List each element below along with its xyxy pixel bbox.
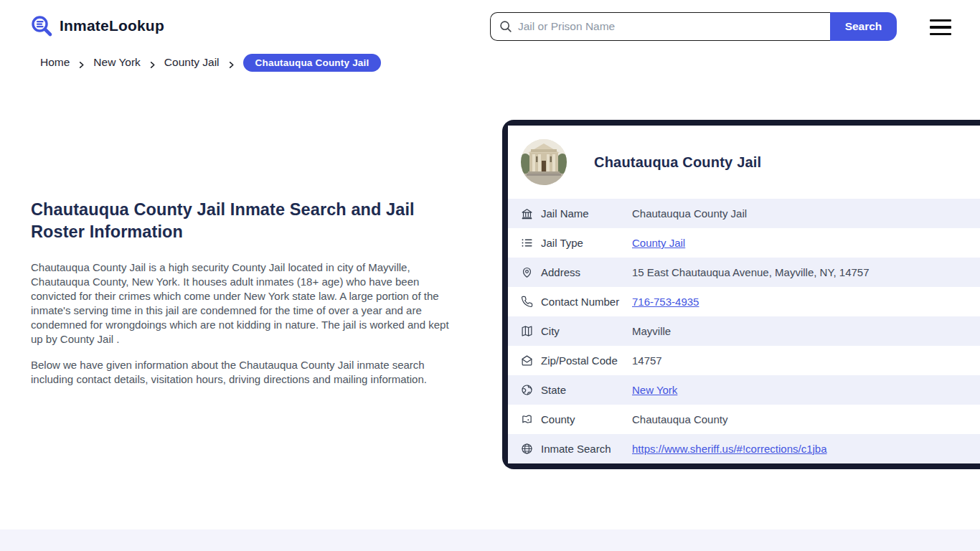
breadcrumb: HomeNew YorkCounty JailChautauqua County… — [40, 54, 381, 71]
row-value: 15 East Chautauqua Avenue, Mayville, NY,… — [632, 266, 870, 278]
menu-bar — [930, 26, 951, 28]
brand-logo[interactable]: InmateLookup — [30, 14, 164, 37]
breadcrumb-link-home[interactable]: Home — [40, 56, 70, 69]
row-label: City — [541, 325, 632, 337]
menu-bar — [930, 33, 951, 35]
row-label: State — [541, 384, 632, 396]
jail-row-jail-name: Jail Name Chautauqua County Jail — [508, 199, 980, 228]
landmark-icon — [521, 207, 533, 220]
list-icon — [521, 237, 533, 249]
row-label: Zip/Postal Code — [541, 354, 632, 367]
search-input[interactable] — [518, 20, 821, 33]
landmark-icon — [521, 207, 533, 220]
map-pin-icon — [521, 266, 533, 278]
details-paragraph: Below we have given information about th… — [31, 358, 453, 387]
row-label: Contact Number — [541, 296, 632, 308]
jail-row-address: Address 15 East Chautauqua Avenue, Mayvi… — [508, 258, 980, 287]
brand-name: InmateLookup — [60, 17, 164, 34]
map-icon — [521, 325, 533, 337]
list-icon — [521, 237, 533, 249]
breadcrumb-current-badge: Chautauqua County Jail — [243, 54, 382, 72]
jail-row-contact-number: Contact Number 716-753-4935 — [508, 287, 980, 316]
phone-icon — [521, 296, 533, 308]
search-bar: Search — [490, 12, 897, 41]
globe-icon — [521, 384, 533, 396]
jail-row-state: State New York — [508, 375, 980, 405]
row-value[interactable]: https://www.sheriff.us/#!corrections/c1j… — [632, 443, 827, 455]
row-label: Inmate Search — [541, 443, 632, 455]
intro-paragraph: Chautauqua County Jail is a high securit… — [31, 260, 453, 347]
chevron-right-icon — [227, 59, 235, 67]
jail-card-title: Chautauqua County Jail — [594, 154, 761, 171]
flag-icon — [521, 413, 533, 425]
row-label: Address — [541, 266, 632, 278]
row-value[interactable]: 716-753-4935 — [632, 296, 699, 308]
row-label: Jail Type — [541, 237, 632, 249]
breadcrumb-link-new-york[interactable]: New York — [93, 56, 140, 69]
row-value: Chautauqua County — [632, 413, 727, 425]
courthouse-image — [521, 139, 567, 185]
map-icon — [521, 325, 533, 337]
jail-row-city: City Mayville — [508, 316, 980, 346]
menu-bar — [930, 19, 951, 22]
search-icon — [499, 20, 512, 33]
row-value: Chautauqua County Jail — [632, 207, 747, 220]
chevron-right-icon — [77, 59, 85, 67]
breadcrumb-link-county-jail[interactable]: County Jail — [164, 56, 220, 69]
row-value[interactable]: New York — [632, 384, 677, 396]
magnifier-list-icon — [30, 14, 53, 37]
jail-card-header: Chautauqua County Jail — [508, 126, 980, 199]
page-title: Chautauqua County Jail Inmate Search and… — [31, 199, 433, 243]
mail-icon — [521, 354, 533, 367]
row-label: County — [541, 413, 632, 425]
web-icon — [521, 443, 533, 455]
menu-icon[interactable] — [930, 19, 951, 35]
search-button[interactable]: Search — [830, 12, 897, 41]
chevron-right-icon — [227, 61, 235, 69]
chevron-right-icon — [77, 61, 85, 69]
mail-icon — [521, 354, 533, 367]
jail-details-table: Jail Name Chautauqua County Jail Jail Ty… — [508, 199, 980, 463]
flag-icon — [521, 413, 533, 425]
map-pin-icon — [521, 266, 533, 278]
web-icon — [521, 443, 533, 455]
globe-icon — [521, 384, 533, 396]
chevron-right-icon — [149, 59, 156, 67]
jail-row-jail-type: Jail Type County Jail — [508, 228, 980, 258]
chevron-right-icon — [149, 61, 156, 69]
row-value[interactable]: County Jail — [632, 237, 685, 249]
article: Chautauqua County Jail Inmate Search and… — [31, 199, 453, 398]
jail-row-zip-postal-code: Zip/Postal Code 14757 — [508, 346, 980, 375]
row-value: 14757 — [632, 354, 662, 367]
row-value: Mayville — [632, 325, 671, 337]
phone-icon — [521, 296, 533, 308]
jail-row-county: County Chautauqua County — [508, 405, 980, 434]
search-field[interactable] — [490, 12, 830, 41]
jail-info-card: Chautauqua County Jail Jail Name Chautau… — [502, 120, 980, 469]
footer-strip — [0, 529, 980, 551]
row-label: Jail Name — [541, 207, 632, 220]
jail-row-inmate-search: Inmate Search https://www.sheriff.us/#!c… — [508, 434, 980, 463]
jail-photo-avatar — [521, 139, 567, 185]
